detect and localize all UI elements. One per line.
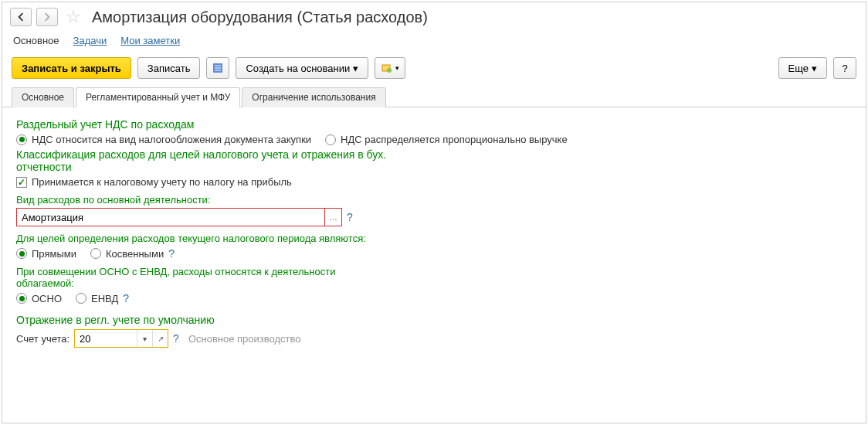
- expense-type-lookup[interactable]: …: [325, 208, 342, 226]
- radio-vat-doc[interactable]: [16, 134, 27, 145]
- radio-indirect-label: Косвенными: [106, 248, 164, 260]
- tab-main[interactable]: Основное: [12, 87, 74, 107]
- favorite-icon[interactable]: ☆: [66, 7, 81, 27]
- save-close-button[interactable]: Записать и закрыть: [12, 57, 131, 79]
- create-based-button[interactable]: Создать на основании ▾: [236, 57, 368, 79]
- top-tabs: Основное Задачи Мои заметки: [2, 32, 866, 53]
- header: ☆ Амортизация оборудования (Статья расхо…: [2, 2, 866, 32]
- toptab-notes[interactable]: Мои заметки: [120, 35, 180, 46]
- window: ☆ Амортизация оборудования (Статья расхо…: [2, 2, 866, 423]
- expense-type-input[interactable]: [16, 208, 325, 226]
- create-based-label: Создать на основании: [246, 63, 350, 74]
- radio-osno[interactable]: [16, 293, 27, 304]
- account-dropdown[interactable]: ▾: [137, 330, 152, 347]
- more-button[interactable]: Еще ▾: [778, 57, 827, 79]
- radio-direct[interactable]: [16, 248, 27, 259]
- chevron-down-icon: ▾: [353, 63, 358, 74]
- svg-point-5: [387, 68, 392, 73]
- help-button[interactable]: ?: [833, 57, 856, 79]
- radio-direct-label: Прямыми: [32, 248, 76, 260]
- radio-vat-revenue[interactable]: [325, 134, 336, 145]
- radio-vat-doc-label: НДС относится на вид налогообложения док…: [32, 134, 311, 145]
- radio-envd[interactable]: [76, 293, 86, 304]
- forward-button[interactable]: [36, 8, 58, 26]
- attach-button[interactable]: ▾: [375, 57, 405, 79]
- toptab-main[interactable]: Основное: [13, 35, 59, 46]
- checkbox-profit-tax-label: Принимается к налоговому учету по налогу…: [32, 176, 292, 188]
- radio-osno-label: ОСНО: [32, 293, 62, 304]
- section-reg-reflect: Отражение в регл. учете по умолчанию: [16, 314, 852, 326]
- account-input[interactable]: [75, 330, 137, 347]
- section-classification: Классификация расходов для целей налогов…: [16, 148, 418, 173]
- page-title: Амортизация оборудования (Статья расходо…: [92, 8, 428, 26]
- save-button[interactable]: Записать: [137, 57, 201, 79]
- account-label: Счет учета:: [16, 333, 70, 345]
- chevron-down-icon: ▾: [812, 63, 817, 74]
- radio-envd-label: ЕНВД: [91, 293, 118, 304]
- radio-vat-revenue-label: НДС распределяется пропорционально выруч…: [341, 134, 568, 145]
- period-help[interactable]: ?: [168, 247, 175, 260]
- checkbox-profit-tax[interactable]: [16, 177, 27, 188]
- account-help[interactable]: ?: [173, 332, 179, 345]
- account-hint: Основное производство: [188, 333, 301, 345]
- tab-reg-accounting[interactable]: Регламентированный учет и МФУ: [76, 87, 240, 107]
- toolbar: Записать и закрыть Записать Создать на о…: [2, 53, 866, 83]
- osno-envd-label: При совмещении ОСНО с ЕНВД, расходы отно…: [16, 266, 341, 289]
- back-button[interactable]: [10, 8, 32, 26]
- form-tabs: Основное Регламентированный учет и МФУ О…: [2, 87, 866, 107]
- expense-type-help[interactable]: ?: [347, 211, 353, 223]
- period-label: Для целей определения расходов текущего …: [16, 233, 371, 244]
- toptab-tasks[interactable]: Задачи: [73, 35, 107, 46]
- account-input-group: ▾ ↗: [74, 329, 168, 348]
- list-icon-button[interactable]: [206, 57, 229, 79]
- tab-restriction[interactable]: Ограничение использования: [242, 87, 385, 107]
- chevron-down-icon: ▾: [395, 64, 399, 72]
- form-content: Раздельный учет НДС по расходам НДС отно…: [2, 107, 866, 359]
- more-label: Еще: [788, 63, 809, 74]
- radio-indirect[interactable]: [90, 248, 101, 259]
- section-vat-split: Раздельный учет НДС по расходам: [16, 118, 852, 131]
- osno-envd-help[interactable]: ?: [123, 292, 129, 304]
- expense-type-label: Вид расходов по основной деятельности:: [16, 194, 852, 206]
- account-open[interactable]: ↗: [152, 330, 168, 347]
